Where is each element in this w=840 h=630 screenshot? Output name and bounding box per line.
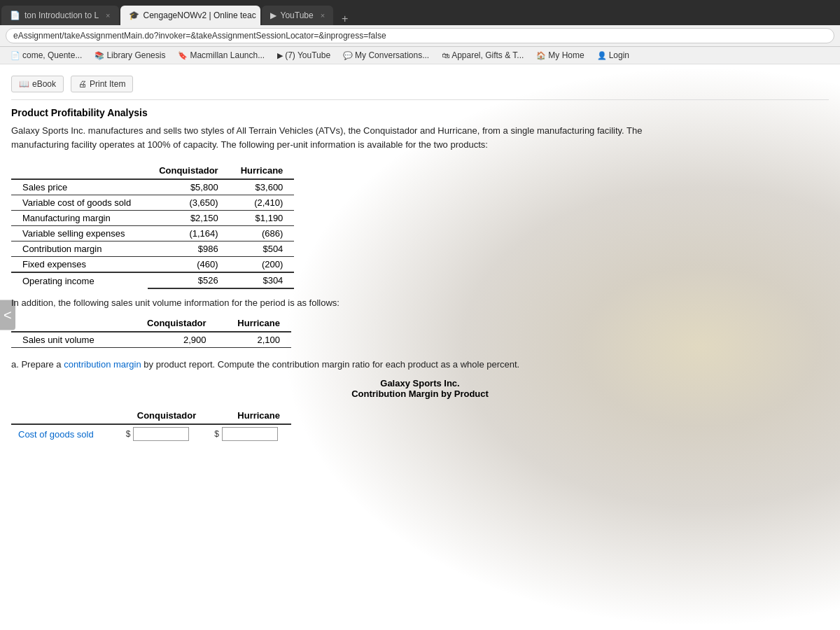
table-header-conquistador: Conquistador (148, 162, 230, 179)
bookmark-label-6: Apparel, Gifts & T... (451, 50, 524, 60)
val-variable-selling-hurricane: (686) (230, 226, 295, 241)
input-header-hurricane: Hurricane (207, 407, 291, 424)
bookmark-icon-3: 🔖 (178, 51, 188, 60)
label-manufacturing-margin: Manufacturing margin (11, 211, 148, 226)
input-cell-conquistador: $ (119, 424, 207, 443)
volume-header-conquistador: Conquistador (125, 315, 217, 332)
label-cost-of-goods-sold: Cost of goods sold (11, 424, 119, 443)
bookmark-label-5: My Conversations... (355, 50, 429, 60)
volume-row-sales-unit: Sales unit volume 2,900 2,100 (11, 332, 291, 348)
val-sales-price-conquistador: $5,800 (148, 179, 230, 195)
val-fixed-expenses-conquistador: (460) (148, 257, 230, 273)
input-conquistador-cost[interactable] (133, 427, 189, 441)
ebook-button[interactable]: 📖 eBook (11, 76, 64, 92)
bookmark-icon-8: 👤 (597, 51, 607, 60)
val-sales-unit-conquistador: 2,900 (125, 332, 217, 348)
table-row-variable-selling: Variable selling expenses (1,164) (686) (11, 226, 294, 241)
volume-header-label (11, 315, 125, 332)
tab-cengage[interactable]: 🎓 CengageNOWv2 | Online teac × (120, 6, 260, 25)
problem-text: Galaxy Sports Inc. manufactures and sell… (11, 124, 829, 151)
val-operating-income-hurricane: $304 (230, 272, 295, 288)
table-row-contribution-margin: Contribution margin $986 $504 (11, 241, 294, 257)
val-contribution-margin-conquistador: $986 (148, 241, 230, 257)
bookmark-youtube[interactable]: ▶ (7) YouTube (272, 49, 335, 62)
print-icon: 🖨 (78, 79, 87, 89)
address-bar-row: eAssignment/takeAssignmentMain.do?invoke… (0, 25, 840, 47)
label-fixed-expenses: Fixed expenses (11, 257, 148, 273)
address-bar[interactable]: eAssignment/takeAssignmentMain.do?invoke… (6, 28, 834, 43)
content-wrapper: 📖 eBook 🖨 Print Item Product Profitabili… (0, 64, 840, 457)
tab-icon-3: ▶ (270, 10, 276, 20)
label-contribution-margin: Contribution margin (11, 241, 148, 257)
left-nav-arrow[interactable]: < (0, 300, 15, 330)
problem-text-line1: Galaxy Sports Inc. manufactures and sell… (11, 125, 643, 136)
ebook-icon: 📖 (19, 79, 29, 89)
bookmark-login[interactable]: 👤 Login (592, 49, 634, 62)
val-contribution-margin-hurricane: $504 (230, 241, 295, 257)
val-sales-price-hurricane: $3,600 (230, 179, 295, 195)
bookmark-label-1: come, Quente... (22, 50, 82, 60)
tab-label-3: YouTube (281, 10, 314, 20)
label-variable-cost: Variable cost of goods sold (11, 195, 148, 211)
contribution-margin-link[interactable]: contribution margin (64, 359, 141, 370)
browser-chrome: 📄 ton Introduction to L × 🎓 CengageNOWv2… (0, 0, 840, 64)
bookmark-apparel[interactable]: 🛍 Apparel, Gifts & T... (437, 49, 528, 62)
table-row-fixed-expenses: Fixed expenses (460) (200) (11, 257, 294, 273)
bookmark-icon-2: 📚 (94, 51, 104, 60)
instruction-text: a. Prepare a contribution margin by prod… (11, 359, 829, 370)
val-variable-cost-hurricane: (2,410) (230, 195, 295, 211)
val-sales-unit-hurricane: 2,100 (218, 332, 291, 348)
bookmark-label-4: (7) YouTube (285, 50, 330, 60)
bookmark-my-home[interactable]: 🏠 My Home (531, 49, 589, 62)
tab-introduction[interactable]: 📄 ton Introduction to L × (1, 6, 119, 25)
section-title: Product Profitability Analysis (11, 107, 829, 118)
val-operating-income-conquistador: $526 (148, 272, 230, 288)
bookmark-library-genesis[interactable]: 📚 Library Genesis (90, 49, 170, 62)
volume-header-hurricane: Hurricane (218, 315, 291, 332)
company-name: Galaxy Sports Inc. (11, 378, 829, 388)
bookmark-come-quente[interactable]: 📄 come, Quente... (6, 49, 87, 62)
val-variable-cost-conquistador: (3,650) (148, 195, 230, 211)
table-header-hurricane: Hurricane (230, 162, 295, 179)
bookmark-conversations[interactable]: 💬 My Conversations... (338, 49, 434, 62)
sub-text: In addition, the following sales unit vo… (11, 298, 829, 308)
close-tab-1[interactable]: × (106, 11, 110, 20)
input-cell-hurricane: $ (207, 424, 291, 443)
tab-youtube[interactable]: ▶ YouTube × (262, 6, 334, 25)
tab-icon-1: 📄 (10, 10, 20, 20)
val-fixed-expenses-hurricane: (200) (230, 257, 295, 273)
input-table: Conquistador Hurricane Cost of goods sol… (11, 407, 291, 443)
problem-text-line2: manufacturing facility operates at 100% … (11, 139, 488, 150)
val-manufacturing-margin-hurricane: $1,190 (230, 211, 295, 226)
dollar-sign-1: $ (126, 429, 131, 439)
tab-label-2: CengageNOWv2 | Online teac (144, 10, 256, 20)
close-tab-3[interactable]: × (321, 11, 325, 20)
table-row-variable-cost: Variable cost of goods sold (3,650) (2,4… (11, 195, 294, 211)
input-header-conquistador: Conquistador (119, 407, 207, 424)
print-item-button[interactable]: 🖨 Print Item (71, 76, 133, 92)
report-title: Contribution Margin by Product (11, 388, 829, 399)
label-sales-unit-volume: Sales unit volume (11, 332, 125, 348)
bookmark-macmillan[interactable]: 🔖 Macmillan Launch... (173, 49, 270, 62)
input-hurricane-cost[interactable] (222, 427, 278, 441)
page-toolbar: 📖 eBook 🖨 Print Item (11, 71, 829, 100)
main-data-table-wrapper: Conquistador Hurricane Sales price $5,80… (11, 162, 829, 289)
table-row-sales-price: Sales price $5,800 $3,600 (11, 179, 294, 195)
tab-icon-2: 🎓 (129, 10, 139, 20)
bookmark-label-7: My Home (548, 50, 584, 60)
bookmark-icon-4: ▶ (277, 51, 283, 60)
bookmarks-bar: 📄 come, Quente... 📚 Library Genesis 🔖 Ma… (0, 47, 840, 64)
label-sales-price: Sales price (11, 179, 148, 195)
bookmark-icon-1: 📄 (10, 51, 20, 60)
input-row-cost-of-goods: Cost of goods sold $ $ (11, 424, 291, 443)
new-tab-button[interactable]: + (336, 13, 354, 25)
bookmark-label-2: Library Genesis (106, 50, 165, 60)
tab-label-1: ton Introduction to L (24, 10, 99, 20)
label-operating-income: Operating income (11, 272, 148, 288)
main-data-table: Conquistador Hurricane Sales price $5,80… (11, 162, 294, 289)
val-variable-selling-conquistador: (1,164) (148, 226, 230, 241)
page-content: 📖 eBook 🖨 Print Item Product Profitabili… (0, 64, 840, 629)
table-row-manufacturing-margin: Manufacturing margin $2,150 $1,190 (11, 211, 294, 226)
table-header-label (11, 162, 148, 179)
volume-table: Conquistador Hurricane Sales unit volume… (11, 315, 291, 348)
